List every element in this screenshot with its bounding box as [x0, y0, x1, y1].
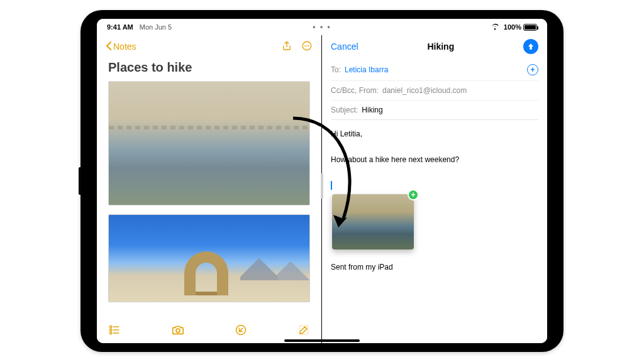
battery-indicator: 100%: [504, 23, 537, 31]
from-email: daniel_rico1@icloud.com: [382, 86, 467, 95]
body-line1: How about a hike here next weekend?: [331, 153, 538, 166]
add-contact-icon[interactable]: +: [527, 64, 538, 75]
ipad-device-frame: 9:41 AM Mon Jun 5 • • • 100%: [80, 10, 564, 352]
send-button[interactable]: [523, 39, 538, 54]
note-photo-1[interactable]: [108, 81, 310, 206]
mail-fields: To: Leticia Ibarra + Cc/Bcc, From: danie…: [322, 58, 547, 121]
signature: Sent from my iPad: [331, 261, 538, 273]
mail-compose-pane: Cancel Hiking To: Leticia Ibarra + Cc/Bc…: [322, 35, 547, 343]
subject-label: Subject:: [331, 106, 358, 114]
chevron-left-icon: [106, 41, 112, 53]
status-date: Mon Jun 5: [140, 23, 172, 31]
svg-point-3: [308, 45, 309, 47]
note-body[interactable]: [97, 81, 321, 318]
home-indicator[interactable]: [284, 339, 360, 342]
notes-header: Notes: [97, 35, 321, 58]
split-divider-handle[interactable]: [321, 173, 323, 199]
status-time: 9:41 AM: [107, 23, 133, 31]
volume-button: [79, 167, 80, 195]
markup-icon[interactable]: [235, 324, 247, 338]
mail-body[interactable]: Hi Letitia, How about a hike here next w…: [322, 121, 547, 343]
cancel-button[interactable]: Cancel: [331, 41, 358, 52]
text-cursor: [331, 181, 332, 190]
body-greeting: Hi Letitia,: [331, 128, 538, 140]
compose-icon[interactable]: [297, 324, 310, 338]
split-view: Notes Places to hike: [97, 35, 547, 343]
to-label: To:: [331, 65, 341, 74]
svg-point-1: [304, 45, 306, 47]
wifi-icon: [490, 23, 500, 31]
svg-point-6: [110, 332, 112, 334]
subject-row[interactable]: Subject: Hiking: [331, 101, 538, 120]
dragged-image-thumbnail[interactable]: +: [332, 194, 414, 250]
mail-header: Cancel Hiking: [322, 35, 547, 58]
camera-icon[interactable]: [171, 323, 185, 339]
battery-percent: 100%: [504, 23, 521, 31]
to-recipient[interactable]: Leticia Ibarra: [345, 65, 388, 74]
mail-title: Hiking: [358, 41, 523, 52]
drop-add-icon: +: [408, 189, 419, 200]
checklist-icon[interactable]: [108, 324, 121, 338]
notes-pane: Notes Places to hike: [97, 35, 322, 343]
note-title: Places to hike: [97, 58, 321, 81]
svg-point-4: [110, 326, 112, 327]
note-photo-2[interactable]: [108, 214, 310, 302]
svg-point-2: [306, 45, 308, 47]
share-icon[interactable]: [281, 40, 292, 53]
more-icon[interactable]: [301, 40, 313, 53]
back-label: Notes: [113, 41, 136, 52]
back-button[interactable]: Notes: [106, 41, 136, 53]
svg-point-7: [176, 328, 180, 332]
subject-value[interactable]: Hiking: [362, 106, 382, 114]
ccbcc-row[interactable]: Cc/Bcc, From: daniel_rico1@icloud.com: [331, 81, 538, 101]
status-bar: 9:41 AM Mon Jun 5 • • • 100%: [97, 19, 547, 35]
screen: 9:41 AM Mon Jun 5 • • • 100%: [97, 19, 547, 343]
svg-point-5: [110, 329, 112, 331]
multitask-dots-icon[interactable]: • • •: [313, 23, 331, 31]
to-row[interactable]: To: Leticia Ibarra +: [331, 59, 538, 81]
ccbcc-label: Cc/Bcc, From:: [331, 86, 379, 95]
